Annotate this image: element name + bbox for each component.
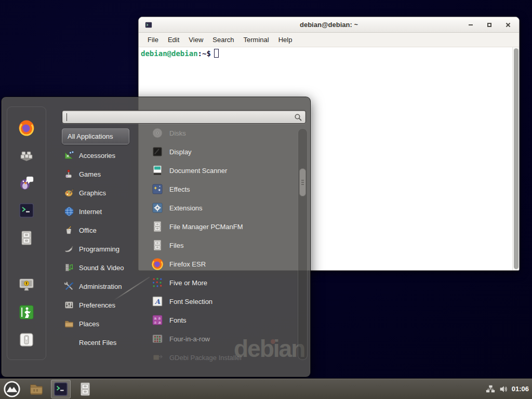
menu-scrollbar[interactable] [298,128,308,360]
favorite-logout[interactable] [18,304,35,321]
prompt-suffix: :~$ [198,49,211,58]
category-administration[interactable]: Administration [62,277,145,296]
app-label: File Manager PCManFM [169,223,243,231]
effects-icon [151,183,164,195]
app-firefox-esr[interactable]: Firefox ESR [151,255,292,273]
app-files[interactable]: Files [151,236,292,255]
terminal-scrollbar-thumb[interactable] [514,48,518,269]
firefox-icon [151,258,164,270]
favorite-pidgin[interactable] [18,175,35,191]
close-icon[interactable] [504,21,512,29]
app-display[interactable]: Display [151,142,292,161]
category-label: Preferences [79,301,115,309]
app-extensions[interactable]: Extensions [151,198,292,217]
taskbar-menu-button[interactable] [2,380,22,398]
window-title: debian@debian: ~ [139,21,519,29]
terminal-menu-view[interactable]: View [184,33,208,46]
terminal-menu-help[interactable]: Help [274,33,297,46]
app-effects[interactable]: Effects [151,180,292,198]
search-icon [294,113,302,122]
category-label: Programming [79,245,119,253]
category-recent-files[interactable]: Recent Files [62,333,145,352]
app-label: Extensions [169,204,203,212]
folder-icon [29,381,44,397]
favorite-software-manager[interactable] [18,147,35,164]
category-accessories[interactable]: Accessories [62,146,145,165]
search-input[interactable] [66,112,290,122]
category-label: Administration [79,283,122,290]
five-or-more-icon [151,276,164,289]
system-tray: 01:06 [486,379,529,399]
app-four-in-a-row[interactable]: Four-in-a-row [151,329,292,348]
app-five-or-more[interactable]: Five or More [151,273,292,292]
file-cabinet-icon [151,239,164,251]
category-all-applications[interactable]: All Applications [62,128,129,144]
taskbar-file-manager-button[interactable] [26,380,46,398]
favorite-terminal[interactable] [18,202,35,219]
file-cabinet-icon [77,381,93,397]
taskbar-terminal-button[interactable] [51,380,71,398]
category-label: Office [79,227,97,234]
four-in-a-row-icon [151,332,164,345]
network-icon[interactable] [486,384,495,394]
taskbar-files-button[interactable] [75,380,95,398]
svg-text:a: a [158,320,161,325]
search-box [62,110,306,124]
icon-spacer [64,337,74,348]
volume-icon[interactable] [499,384,508,394]
app-label: Effects [169,185,190,193]
app-label: Font Selection [169,298,212,305]
category-games[interactable]: Games [62,165,145,183]
app-label: GDebi Package Installer [169,354,242,362]
app-disks[interactable]: Disks [151,124,292,142]
terminal-cursor [214,49,219,58]
sound-video-icon [64,262,74,273]
minimize-icon[interactable] [467,21,474,29]
favorite-firefox[interactable] [18,119,35,136]
app-gdebi-package-installer[interactable]: GDebi Package Installer [151,348,292,367]
games-icon [64,169,74,179]
terminal-scrollbar[interactable] [512,47,519,270]
app-label: Files [169,242,183,249]
terminal-menu-file[interactable]: File [143,33,163,46]
app-label: Disks [169,129,186,137]
menu-scrollbar-thumb[interactable] [299,168,306,196]
font-selection-icon: A [151,295,164,308]
taskbar-launchers [0,379,95,399]
lock-screen-icon [18,276,35,293]
app-fonts[interactable]: aaaaFonts [151,311,292,329]
category-graphics[interactable]: Graphics [62,183,145,202]
places-icon [64,318,74,329]
terminal-menu-search[interactable]: Search [208,33,238,46]
category-internet[interactable]: Internet [62,202,145,221]
terminal-titlebar[interactable]: debian@debian: ~ [139,17,519,33]
clock[interactable]: 01:06 [512,385,529,393]
category-sound-video[interactable]: Sound & Video [62,258,145,277]
favorite-shutdown[interactable] [18,331,35,348]
category-places[interactable]: Places [62,314,145,333]
shutdown-icon [18,331,35,348]
administration-icon [64,281,74,291]
app-label: Five or More [169,279,207,287]
app-font-selection[interactable]: AFont Selection [151,292,292,311]
prompt-user-host: debian@debian [141,49,198,58]
category-label: All Applications [68,132,113,140]
terminal-icon [53,381,69,397]
programming-icon [64,244,74,254]
app-document-scanner[interactable]: Document Scanner [151,161,292,180]
svg-text:A: A [154,298,161,305]
favorite-file-manager[interactable] [18,230,35,246]
category-preferences[interactable]: Preferences [62,296,145,314]
category-programming[interactable]: Programming [62,240,145,258]
disks-icon [151,127,164,139]
category-office[interactable]: Office [62,221,145,240]
app-file-manager-pcmanfm[interactable]: File Manager PCManFM [151,217,292,236]
terminal-menu-terminal[interactable]: Terminal [239,33,274,46]
application-list: DisksDisplayDocument ScannerEffectsExten… [151,124,292,367]
maximize-icon[interactable] [486,21,493,29]
taskbar: 01:06 [0,378,532,399]
logout-icon [18,304,35,321]
category-label: Games [79,170,101,178]
favorite-lock-screen[interactable] [18,276,35,293]
terminal-menu-edit[interactable]: Edit [163,33,184,46]
